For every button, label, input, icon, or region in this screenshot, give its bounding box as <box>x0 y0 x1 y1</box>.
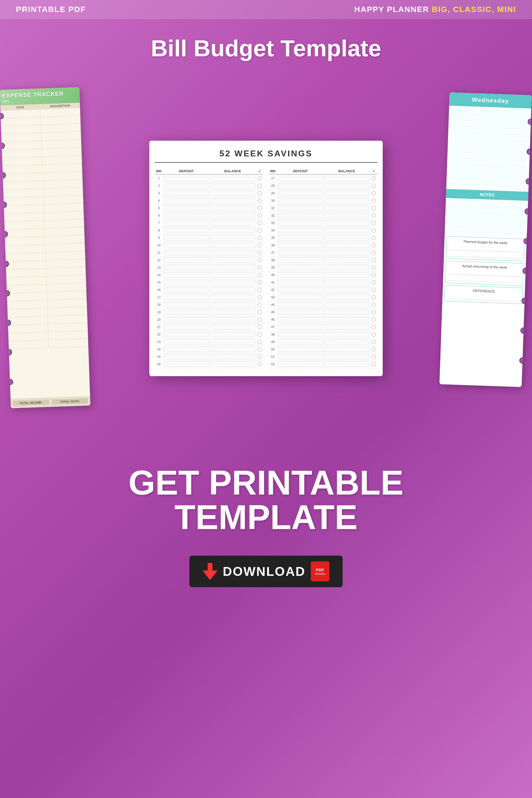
check-circle <box>372 236 376 240</box>
check-circle <box>372 214 376 218</box>
deposit-header-left: DEPOSIT <box>163 168 210 174</box>
download-button[interactable]: DOWNLOAD PDF Adobe <box>189 556 343 587</box>
check-circle <box>372 310 376 314</box>
ring <box>2 231 8 238</box>
check-circle <box>372 206 376 210</box>
ring <box>525 178 532 185</box>
actual-outcoming-box: Actual outcoming of the week <box>445 261 524 286</box>
check-circle <box>258 362 262 366</box>
check-circle <box>258 318 262 322</box>
planned-budget-label: Planned budget for the week <box>449 239 522 246</box>
check-circle <box>258 221 262 225</box>
planner-lines <box>446 106 531 189</box>
savings-row: 44 <box>269 301 377 309</box>
check-circle <box>372 243 376 248</box>
savings-row: 20 <box>155 316 263 324</box>
expense-tracker-card: EXPENSE TRACKER JAN DATE DESCRIPTION <box>0 87 91 408</box>
savings-row: 12 <box>155 257 263 264</box>
savings-row: 13 <box>155 264 263 272</box>
savings-row: 33 <box>269 220 377 227</box>
ring <box>522 268 529 274</box>
wk-header-left: WK <box>155 168 163 174</box>
check-circle <box>258 236 262 240</box>
expense-tracker-rows <box>1 108 88 349</box>
savings-right-half: WK DEPOSIT BALANCE ✓ 27 28 29 30 31 32 3… <box>269 168 377 368</box>
savings-row: 34 <box>269 227 377 234</box>
savings-row: 30 <box>269 197 377 205</box>
savings-row: 10 <box>155 242 263 249</box>
savings-row: 35 <box>269 234 377 242</box>
ring <box>4 320 11 326</box>
adobe-label: Adobe <box>315 572 325 575</box>
savings-row: 4 <box>155 197 263 205</box>
deposit-header-right: DEPOSIT <box>277 168 324 174</box>
savings-row: 45 <box>269 309 377 316</box>
check-circle <box>258 266 262 270</box>
savings-row: 3 <box>155 190 263 197</box>
check-circle <box>372 318 376 322</box>
check-circle <box>258 251 262 255</box>
difference-box: DIFFERENCE <box>444 285 523 304</box>
check-circle <box>258 273 262 277</box>
check-circle <box>372 191 376 195</box>
check-circle <box>258 303 262 307</box>
savings-row: 41 <box>269 279 377 287</box>
difference-label: DIFFERENCE <box>447 288 520 295</box>
check-circle <box>372 340 376 344</box>
savings-row: 46 <box>269 316 377 324</box>
savings-row: 48 <box>269 331 377 339</box>
ring <box>1 201 7 208</box>
main-title: Bill Budget Template <box>0 19 532 72</box>
happy-planner-prefix: HAPPY PLANNER <box>354 5 432 14</box>
savings-row: 21 <box>155 324 263 331</box>
check-circle <box>372 184 376 188</box>
savings-row: 17 <box>155 294 263 301</box>
check-circle <box>372 288 376 292</box>
check-header-left: ✓ <box>256 168 263 174</box>
check-circle <box>258 332 262 337</box>
savings-row: 32 <box>269 212 377 220</box>
savings-row: 50 <box>269 346 377 353</box>
budget-line <box>449 245 522 252</box>
preview-area: EXPENSE TRACKER JAN DATE DESCRIPTION <box>0 72 532 444</box>
check-circle <box>372 273 376 277</box>
check-circle <box>372 355 376 359</box>
savings-row: 6 <box>155 212 263 220</box>
planned-budget-box: Planned budget for the week <box>446 236 525 261</box>
wk-header-right: WK <box>269 168 277 174</box>
weekly-planner-card: Wednesday NOTES Planned budget for the w… <box>439 92 532 387</box>
pdf-label: PDF <box>316 568 324 572</box>
top-banner: PRINTABLE PDF HAPPY PLANNER BIG, CLASSIC… <box>0 0 532 19</box>
ring <box>0 172 6 179</box>
savings-row: 36 <box>269 242 377 249</box>
check-circle <box>258 310 262 314</box>
savings-row: 24 <box>155 346 263 353</box>
savings-table: WK DEPOSIT BALANCE ✓ 1 2 3 4 5 6 7 8 9 1… <box>155 168 377 368</box>
check-circle <box>258 355 262 359</box>
savings-row: 52 <box>269 361 377 368</box>
ring <box>7 379 13 385</box>
check-circle <box>258 258 262 262</box>
ring <box>0 113 4 120</box>
savings-row: 14 <box>155 272 263 279</box>
check-circle <box>258 199 262 203</box>
cta-line2: TEMPLATE <box>5 500 527 534</box>
check-circle <box>258 347 262 351</box>
budget-line <box>448 269 521 277</box>
savings-row: 16 <box>155 287 263 294</box>
ring <box>527 148 532 155</box>
pdf-adobe-icon: PDF Adobe <box>311 561 329 581</box>
savings-row: 11 <box>155 249 263 257</box>
cta-line1: GET PRINTABLE <box>5 465 527 500</box>
savings-row: 26 <box>155 361 263 368</box>
savings-row: 51 <box>269 353 377 361</box>
budget-line <box>447 294 520 302</box>
ring <box>4 290 10 297</box>
check-circle <box>258 295 262 300</box>
check-circle <box>372 347 376 351</box>
ring <box>3 260 9 267</box>
savings-row: 23 <box>155 339 263 346</box>
balance-header-left: BALANCE <box>210 168 256 174</box>
savings-row: 18 <box>155 301 263 309</box>
savings-row: 22 <box>155 331 263 339</box>
